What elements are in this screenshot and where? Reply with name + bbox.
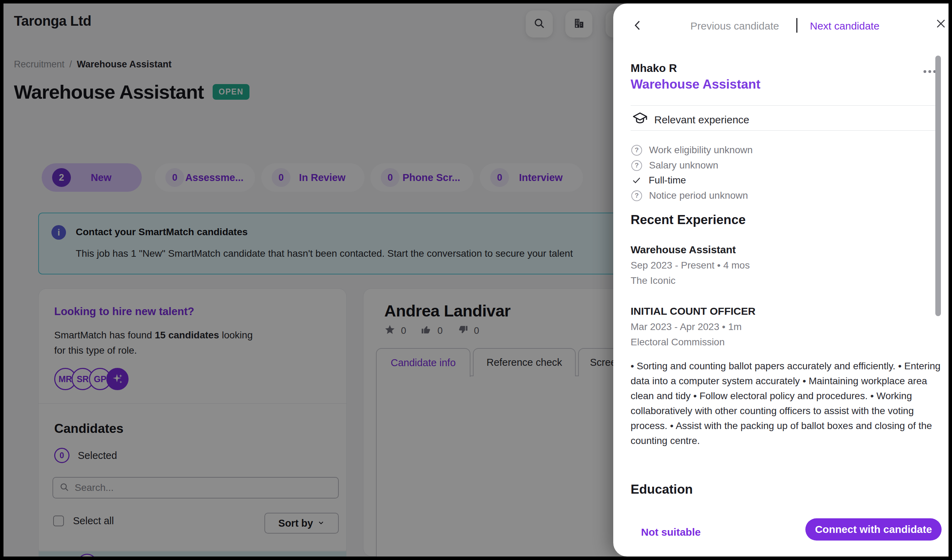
divider bbox=[631, 130, 940, 131]
close-button[interactable] bbox=[935, 17, 947, 31]
nav-separator bbox=[796, 18, 797, 32]
panel-candidate-role[interactable]: Warehouse Assistant bbox=[631, 77, 760, 92]
job-title: INITIAL COUNT OFFICER bbox=[631, 305, 755, 317]
divider bbox=[631, 105, 940, 106]
not-suitable-button[interactable]: Not suitable bbox=[641, 526, 701, 538]
previous-candidate-button[interactable]: Previous candidate bbox=[690, 20, 779, 32]
panel-candidate-name: Mhako R bbox=[631, 62, 677, 75]
candidate-side-panel: Previous candidate Next candidate Mhako … bbox=[613, 3, 949, 557]
status-work-eligibility: ? Work eligibility unknown bbox=[631, 145, 753, 156]
relevant-experience-label: Relevant experience bbox=[654, 114, 750, 126]
question-icon: ? bbox=[631, 160, 642, 171]
status-employment-type: Full-time bbox=[631, 175, 686, 186]
job-title: Warehouse Assistant bbox=[631, 244, 736, 256]
graduation-cap-icon bbox=[631, 110, 649, 128]
chevron-left-icon bbox=[631, 27, 644, 33]
next-candidate-button[interactable]: Next candidate bbox=[810, 20, 879, 32]
status-notice-period: ? Notice period unknown bbox=[631, 190, 748, 201]
job-dates: Sep 2023 - Present • 4 mos bbox=[631, 260, 750, 271]
recent-experience-heading: Recent Experience bbox=[631, 213, 746, 227]
job-company: Electoral Commission bbox=[631, 336, 725, 348]
screenshot-frame: Taronga Ltd Recruitment / Warehouse Assi… bbox=[0, 0, 952, 560]
job-description: • Sorting and counting ballot papers acc… bbox=[631, 358, 941, 448]
back-button[interactable] bbox=[631, 19, 644, 33]
question-icon: ? bbox=[631, 145, 642, 156]
job-company: The Iconic bbox=[631, 275, 675, 286]
education-heading: Education bbox=[631, 482, 693, 497]
job-dates: Mar 2023 - Apr 2023 • 1m bbox=[631, 321, 742, 332]
panel-scrollbar[interactable] bbox=[935, 56, 941, 316]
status-salary: ? Salary unknown bbox=[631, 160, 718, 171]
question-icon: ? bbox=[631, 190, 642, 201]
connect-with-candidate-button[interactable]: Connect with candidate bbox=[805, 518, 941, 540]
app-window: Taronga Ltd Recruitment / Warehouse Assi… bbox=[3, 3, 949, 557]
more-options-button[interactable] bbox=[924, 70, 936, 73]
check-icon bbox=[631, 175, 642, 185]
close-icon bbox=[935, 25, 947, 31]
